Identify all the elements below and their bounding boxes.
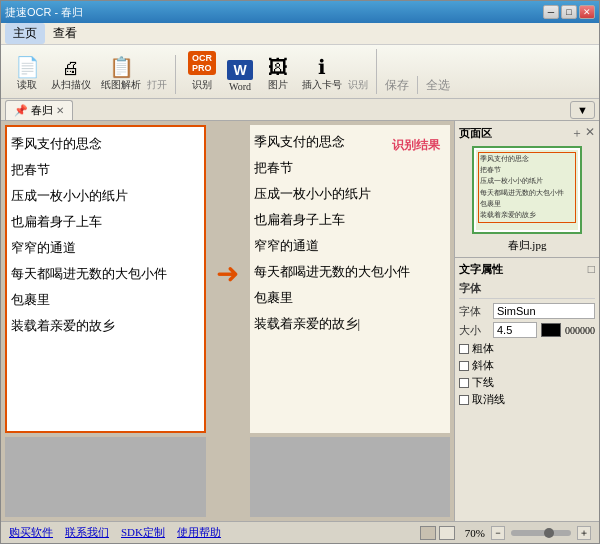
- status-right: 70% － ＋: [420, 526, 591, 540]
- result-line-5: 窄窄的通道: [254, 233, 447, 259]
- bold-checkbox[interactable]: [459, 344, 469, 354]
- scan-icon: 🖨: [62, 59, 80, 77]
- result-line-2: 把春节: [254, 155, 447, 181]
- toolbar-group-recognize: OCRPRO 识别 W Word 🖼 图片 ℹ 插入卡号 识别: [184, 49, 377, 94]
- zoom-slider[interactable]: [511, 530, 571, 536]
- page-area-title: 页面区: [459, 126, 492, 141]
- title-controls: ─ □ ✕: [543, 5, 595, 19]
- page-area-icons: ＋ ✕: [571, 125, 595, 142]
- result-line-3: 压成一枚小小的纸片: [254, 181, 447, 207]
- italic-row: 斜体: [459, 358, 595, 373]
- maximize-button[interactable]: □: [561, 5, 577, 19]
- scan-label: 从扫描仪: [51, 78, 91, 92]
- help-link[interactable]: 使用帮助: [177, 525, 221, 540]
- thumb-text: 季风支付的思念把春节压成一枚小小的纸片每天都喝进无数的大包小件包裹里装载着亲爱的…: [480, 154, 574, 221]
- zoom-in-button[interactable]: ＋: [577, 526, 591, 540]
- view-mode-1-button[interactable]: [420, 526, 436, 540]
- right-panel: 页面区 ＋ ✕ 季风支付的思念把春节压成一枚小小的纸片每天都喝进无数的大包小件包…: [454, 121, 599, 521]
- font-input[interactable]: [493, 303, 595, 319]
- toolbar-read-button[interactable]: 📄 读取: [9, 55, 45, 94]
- arrow-icon: ➜: [216, 257, 239, 290]
- ocr-line-6: 每天都喝进无数的大包小件: [11, 261, 200, 287]
- page-filename: 春归.jpg: [459, 238, 595, 253]
- tab-chunhui[interactable]: 📌 春归 ✕: [5, 100, 73, 120]
- ocr-result-panel[interactable]: 识别结果 季风支付的思念 把春节 压成一枚小小的纸片 也扁着身子上车 窄窄的通道…: [250, 125, 451, 433]
- page-area-delete-icon[interactable]: ✕: [585, 125, 595, 142]
- buy-link[interactable]: 购买软件: [9, 525, 53, 540]
- result-line-4: 也扁着身子上车: [254, 207, 447, 233]
- result-line-6: 每天都喝进无数的大包小件: [254, 259, 447, 285]
- strikethrough-label: 取消线: [472, 392, 505, 407]
- page-area-header: 页面区 ＋ ✕: [459, 125, 595, 142]
- ocr-line-1: 季风支付的思念: [11, 131, 200, 157]
- view-mode-2-button[interactable]: [439, 526, 455, 540]
- underline-checkbox[interactable]: [459, 378, 469, 388]
- ocr-line-4: 也扁着身子上车: [11, 209, 200, 235]
- text-properties: 文字属性 □ 字体 字体 大小 000000 粗体: [455, 258, 599, 521]
- ocr-content: 季风支付的思念 把春节 压成一枚小小的纸片 也扁着身子上车 窄窄的通道 每天都喝…: [1, 121, 454, 521]
- zoom-thumb: [544, 528, 554, 538]
- main-content: 季风支付的思念 把春节 压成一枚小小的纸片 也扁着身子上车 窄窄的通道 每天都喝…: [1, 121, 599, 521]
- result-line-7: 包裹里: [254, 285, 447, 311]
- close-button[interactable]: ✕: [579, 5, 595, 19]
- image-label: 图片: [268, 78, 288, 92]
- toolbar-scan-button[interactable]: 🖨 从扫描仪: [47, 57, 95, 94]
- tab-close-icon[interactable]: ✕: [56, 105, 64, 116]
- insert-icon: ℹ: [318, 57, 326, 77]
- italic-checkbox[interactable]: [459, 361, 469, 371]
- status-bar: 购买软件 联系我们 SDK定制 使用帮助 70% － ＋: [1, 521, 599, 543]
- text-props-expand-icon[interactable]: □: [588, 262, 595, 277]
- toolbar-parse-button[interactable]: 📋 纸图解析: [97, 55, 145, 94]
- contact-link[interactable]: 联系我们: [65, 525, 109, 540]
- arrow-container: ➜: [210, 121, 246, 521]
- word-icon: W: [227, 60, 252, 80]
- toolbar-ocr-button[interactable]: OCRPRO 识别: [184, 49, 220, 94]
- ocr-line-5: 窄窄的通道: [11, 235, 200, 261]
- ocr-line-3: 压成一枚小小的纸片: [11, 183, 200, 209]
- ocr-right-column: 识别结果 季风支付的思念 把春节 压成一枚小小的纸片 也扁着身子上车 窄窄的通道…: [246, 121, 455, 521]
- result-gray-area: [250, 437, 451, 517]
- bold-row: 粗体: [459, 341, 595, 356]
- title-bar: 捷速OCR - 春归 ─ □ ✕: [1, 1, 599, 23]
- minimize-button[interactable]: ─: [543, 5, 559, 19]
- thumb-red-border: 季风支付的思念把春节压成一枚小小的纸片每天都喝进无数的大包小件包裹里装载着亲爱的…: [478, 152, 576, 223]
- toolbar-word-button[interactable]: W Word: [222, 58, 258, 94]
- thumb-content: 季风支付的思念把春节压成一枚小小的纸片每天都喝进无数的大包小件包裹里装载着亲爱的…: [476, 150, 578, 230]
- ocr-input-panel[interactable]: 季风支付的思念 把春节 压成一枚小小的纸片 也扁着身子上车 窄窄的通道 每天都喝…: [5, 125, 206, 433]
- result-label: 识别结果: [392, 133, 440, 157]
- tab-dropdown-button[interactable]: ▼: [570, 101, 595, 119]
- toolbar: 📄 读取 🖨 从扫描仪 📋 纸图解析 打开 OCRPRO 识别 W Word: [1, 45, 599, 99]
- main-window: 捷速OCR - 春归 ─ □ ✕ 主页 查看 📄 读取 🖨 从扫描仪 📋 纸图解…: [0, 0, 600, 544]
- menu-item-home[interactable]: 主页: [5, 23, 45, 44]
- size-label: 大小: [459, 323, 489, 338]
- toolbar-image-button[interactable]: 🖼 图片: [260, 55, 296, 94]
- sdk-link[interactable]: SDK定制: [121, 525, 165, 540]
- toolbar-group-open: 📄 读取 🖨 从扫描仪 📋 纸图解析 打开: [9, 55, 176, 94]
- selectall-label: 全选: [426, 77, 450, 94]
- input-gray-area: [5, 437, 206, 517]
- tab-bar: 📌 春归 ✕ ▼: [1, 99, 599, 121]
- underline-row: 下线: [459, 375, 595, 390]
- parse-label: 纸图解析: [101, 78, 141, 92]
- page-area-add-icon[interactable]: ＋: [571, 125, 583, 142]
- insert-label: 插入卡号: [302, 78, 342, 92]
- color-swatch[interactable]: [541, 323, 561, 337]
- size-color-row: 大小 000000: [459, 322, 595, 338]
- page-area: 页面区 ＋ ✕ 季风支付的思念把春节压成一枚小小的纸片每天都喝进无数的大包小件包…: [455, 121, 599, 258]
- page-thumbnail[interactable]: 季风支付的思念把春节压成一枚小小的纸片每天都喝进无数的大包小件包裹里装载着亲爱的…: [472, 146, 582, 234]
- ocr-label: 识别: [192, 78, 212, 92]
- ocr-line-8: 装载着亲爱的故乡: [11, 313, 200, 339]
- tab-pin-icon: 📌: [14, 104, 28, 117]
- strikethrough-checkbox[interactable]: [459, 395, 469, 405]
- menu-item-view[interactable]: 查看: [45, 23, 85, 44]
- zoom-out-button[interactable]: －: [491, 526, 505, 540]
- ocr-line-7: 包裹里: [11, 287, 200, 313]
- read-label: 读取: [17, 78, 37, 92]
- read-icon: 📄: [15, 57, 40, 77]
- ocr-panel: 季风支付的思念 把春节 压成一枚小小的纸片 也扁着身子上车 窄窄的通道 每天都喝…: [1, 121, 454, 521]
- image-icon: 🖼: [268, 57, 288, 77]
- size-input[interactable]: [493, 322, 537, 338]
- toolbar-insert-button[interactable]: ℹ 插入卡号: [298, 55, 346, 94]
- menu-bar: 主页 查看: [1, 23, 599, 45]
- tab-label: 春归: [31, 103, 53, 118]
